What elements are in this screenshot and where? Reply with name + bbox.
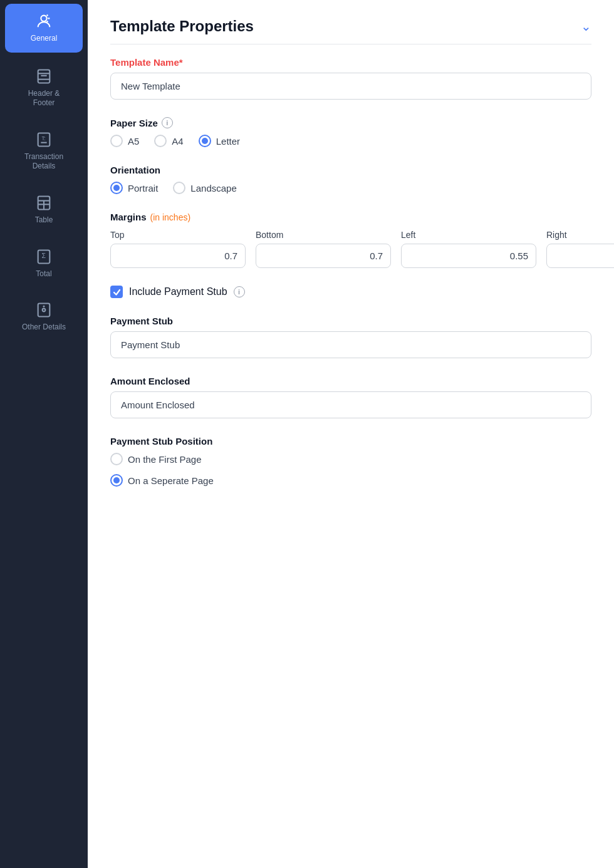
position-separate-page-label: On a Seperate Page xyxy=(128,475,214,486)
svg-rect-1 xyxy=(38,70,50,83)
payment-stub-position-group: Payment Stub Position On the First Page … xyxy=(110,436,591,487)
orientation-radio-group: Portrait Landscape xyxy=(110,182,591,194)
position-separate-page-radio[interactable] xyxy=(110,474,123,487)
paper-size-radio-group: A5 A4 Letter xyxy=(110,135,591,147)
payment-stub-position-label: Payment Stub Position xyxy=(110,436,591,447)
margin-right-input[interactable] xyxy=(546,244,614,268)
include-payment-stub-checkbox[interactable] xyxy=(110,286,123,298)
orientation-group: Orientation Portrait Landscape xyxy=(110,165,591,194)
paper-size-a5-radio[interactable] xyxy=(110,135,123,147)
orientation-landscape-radio[interactable] xyxy=(173,182,185,194)
margins-label-row: Margins (in inches) xyxy=(110,212,591,222)
margin-left-field: Left xyxy=(401,230,536,268)
checkmark-icon xyxy=(113,288,121,296)
svg-rect-14 xyxy=(38,304,50,317)
sidebar-item-other-details-label: Other Details xyxy=(22,323,66,333)
sidebar-item-total[interactable]: Σ Total xyxy=(0,237,88,291)
margin-left-input[interactable] xyxy=(401,244,536,268)
margins-grid: Top Bottom Left Right xyxy=(110,230,591,268)
other-details-icon xyxy=(35,301,53,319)
include-payment-stub-label: Include Payment Stub xyxy=(129,286,227,297)
paper-size-label: Paper Size i xyxy=(110,117,591,128)
paper-size-a4-radio[interactable] xyxy=(154,135,167,147)
margin-bottom-input[interactable] xyxy=(256,244,391,268)
orientation-portrait-option[interactable]: Portrait xyxy=(110,182,158,194)
svg-point-15 xyxy=(43,309,46,312)
header-footer-icon xyxy=(35,68,53,85)
template-name-group: Template Name* xyxy=(110,57,591,100)
orientation-landscape-option[interactable]: Landscape xyxy=(173,182,236,194)
paper-size-group: Paper Size i A5 A4 Letter xyxy=(110,117,591,147)
margins-group: Margins (in inches) Top Bottom Left Righ… xyxy=(110,212,591,268)
margin-top-field: Top xyxy=(110,230,246,268)
sidebar-item-total-label: Total xyxy=(36,269,51,279)
paper-size-letter-radio[interactable] xyxy=(199,135,211,147)
orientation-portrait-label: Portrait xyxy=(128,183,158,194)
paper-size-a5-option[interactable]: A5 xyxy=(110,135,139,147)
orientation-landscape-label: Landscape xyxy=(190,183,236,194)
margins-title: Margins xyxy=(110,212,147,222)
position-first-page-option[interactable]: On the First Page xyxy=(110,453,591,465)
position-separate-page-option[interactable]: On a Seperate Page xyxy=(110,474,591,487)
orientation-label: Orientation xyxy=(110,165,591,175)
svg-text:Σ: Σ xyxy=(42,252,46,259)
svg-point-0 xyxy=(41,16,46,21)
payment-stub-info-icon[interactable]: i xyxy=(234,286,245,297)
paper-size-a4-label: A4 xyxy=(172,136,183,147)
sidebar-item-general[interactable]: General xyxy=(5,4,83,53)
transaction-details-icon: T: xyxy=(35,131,53,148)
payment-stub-input[interactable] xyxy=(110,331,591,358)
sidebar: General Header &Footer T: TransactionDet… xyxy=(0,0,88,868)
main-content: Template Properties ⌄ Template Name* Pap… xyxy=(88,0,614,868)
margin-top-label: Top xyxy=(110,230,246,240)
margins-unit: (in inches) xyxy=(150,212,191,222)
sidebar-item-table-label: Table xyxy=(35,215,53,225)
paper-size-letter-option[interactable]: Letter xyxy=(199,135,240,147)
table-icon xyxy=(35,194,53,212)
margin-left-label: Left xyxy=(401,230,536,240)
total-icon: Σ xyxy=(35,248,53,266)
payment-stub-group: Payment Stub xyxy=(110,316,591,358)
section-header: Template Properties ⌄ xyxy=(110,18,591,44)
page-title: Template Properties xyxy=(110,18,254,35)
orientation-portrait-radio[interactable] xyxy=(110,182,123,194)
margin-bottom-field: Bottom xyxy=(256,230,391,268)
sidebar-item-transaction-details[interactable]: T: TransactionDetails xyxy=(0,120,88,183)
payment-stub-label: Payment Stub xyxy=(110,316,591,326)
amount-enclosed-label: Amount Enclosed xyxy=(110,376,591,386)
margin-bottom-label: Bottom xyxy=(256,230,391,240)
amount-enclosed-input[interactable] xyxy=(110,391,591,418)
include-payment-stub-row: Include Payment Stub i xyxy=(110,286,591,298)
paper-size-info-icon[interactable]: i xyxy=(162,117,173,128)
position-first-page-label: On the First Page xyxy=(128,454,202,465)
paper-size-a4-option[interactable]: A4 xyxy=(154,135,183,147)
margin-top-input[interactable] xyxy=(110,244,246,268)
paper-size-a5-label: A5 xyxy=(128,136,139,147)
margin-right-field: Right xyxy=(546,230,614,268)
sidebar-item-header-footer[interactable]: Header &Footer xyxy=(0,56,88,120)
paper-size-letter-label: Letter xyxy=(216,136,240,147)
margin-right-label: Right xyxy=(546,230,614,240)
chevron-down-icon[interactable]: ⌄ xyxy=(581,19,591,34)
template-name-label: Template Name* xyxy=(110,57,591,68)
svg-text:T:: T: xyxy=(42,136,46,142)
amount-enclosed-group: Amount Enclosed xyxy=(110,376,591,418)
sidebar-item-table[interactable]: Table xyxy=(0,183,88,237)
sidebar-item-general-label: General xyxy=(31,34,58,44)
sidebar-item-other-details[interactable]: Other Details xyxy=(0,290,88,344)
position-radio-group: On the First Page On a Seperate Page xyxy=(110,453,591,487)
general-icon xyxy=(35,13,53,30)
sidebar-item-header-footer-label: Header &Footer xyxy=(28,89,60,108)
template-name-input[interactable] xyxy=(110,73,591,100)
position-first-page-radio[interactable] xyxy=(110,453,123,465)
sidebar-item-transaction-details-label: TransactionDetails xyxy=(24,152,63,172)
